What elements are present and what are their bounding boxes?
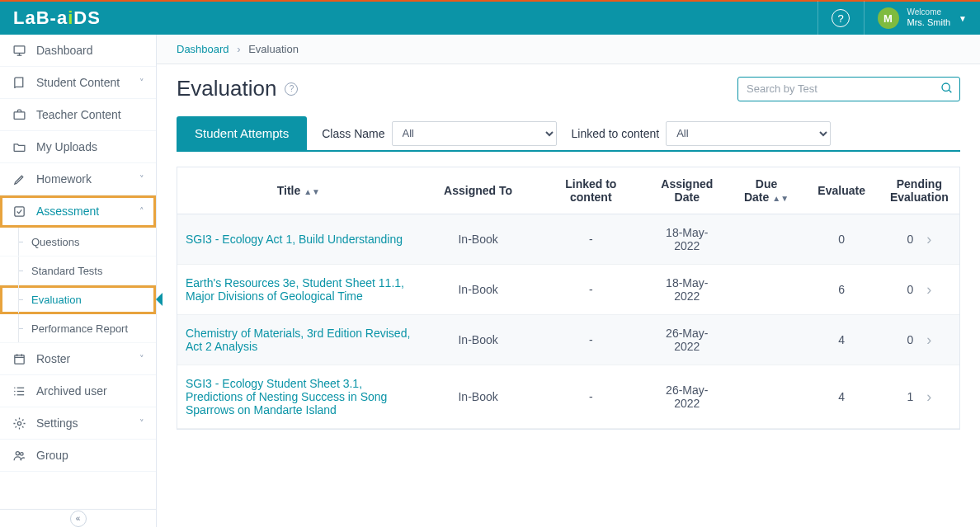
chevron-right-icon[interactable]: › [926, 281, 931, 299]
tab-student-attempts[interactable]: Student Attempts [177, 116, 307, 150]
cell-due [728, 214, 803, 265]
sidebar-item-student-content[interactable]: Student Content˅ [0, 67, 156, 99]
col-header[interactable]: Evaluate [804, 167, 879, 214]
cell-due [728, 365, 803, 429]
svg-point-17 [20, 452, 23, 455]
user-menu[interactable]: M Welcome Mrs. Smith ▼ [864, 1, 980, 35]
sidebar-sub-evaluation[interactable]: Evaluation [0, 285, 156, 314]
cell-title[interactable]: Earth's Resources 3e, Student Sheet 11.1… [177, 265, 420, 315]
sidebar-item-roster[interactable]: Roster˅ [0, 343, 156, 375]
svg-rect-0 [14, 45, 25, 53]
sidebar-item-my-uploads[interactable]: My Uploads [0, 131, 156, 163]
cell-linked: - [536, 315, 645, 365]
cell-title[interactable]: SGI3 - Ecology Act 1, Build Understandin… [177, 214, 420, 265]
help-icon: ? [832, 9, 850, 27]
col-header[interactable]: Assigned Date [645, 167, 728, 214]
class-select[interactable]: All [392, 121, 557, 146]
cell-linked: - [536, 365, 645, 429]
collapse-button[interactable]: « [70, 511, 87, 527]
cell-title[interactable]: Chemistry of Materials, 3rd Edition Revi… [177, 315, 420, 365]
chevron-down-icon: ˅ [139, 354, 144, 365]
cell-linked: - [536, 214, 645, 265]
col-header[interactable]: Due Date▲▼ [728, 167, 803, 214]
svg-point-18 [942, 83, 949, 91]
col-header[interactable]: Linked to content [536, 167, 645, 214]
sidebar-item-label: Group [36, 449, 68, 462]
cell-pending: 0› [879, 214, 959, 265]
main-content: Dashboard › Evaluation Evaluation ? Stud… [157, 35, 980, 527]
sidebar-item-label: My Uploads [36, 140, 97, 153]
sidebar-item-label: Assessment [36, 205, 99, 218]
sidebar-item-homework[interactable]: Homework˅ [0, 163, 156, 195]
sidebar-item-assessment[interactable]: Assessment˄ [0, 195, 156, 228]
table-row: SGI3 - Ecology Act 1, Build Understandin… [177, 214, 959, 265]
col-header[interactable]: Assigned To [420, 167, 537, 214]
calendar-icon [12, 352, 26, 366]
svg-point-13 [14, 390, 15, 391]
filter-class: Class Name All [322, 121, 556, 146]
breadcrumb-current: Evaluation [248, 43, 299, 55]
monitor-icon [12, 44, 26, 58]
cell-evaluate: 6 [804, 265, 879, 315]
sidebar-sub-performance-report[interactable]: Performance Report [0, 314, 156, 343]
chevron-down-icon: ˅ [139, 174, 144, 185]
sort-icon: ▲▼ [304, 187, 320, 196]
user-text: Welcome Mrs. Smith [907, 7, 951, 28]
chevron-right-icon[interactable]: › [926, 332, 931, 349]
cell-title[interactable]: SGI3 - Ecology Student Sheet 3.1, Predic… [177, 365, 420, 429]
cell-evaluate: 0 [804, 214, 879, 265]
book-icon [12, 76, 26, 90]
title-help-icon[interactable]: ? [285, 82, 298, 96]
cell-due [728, 265, 803, 315]
linked-select[interactable]: All [666, 121, 831, 146]
sidebar-collapse-bar: « [0, 509, 156, 527]
chevron-down-icon: ˅ [139, 418, 144, 429]
cell-pending: 1› [879, 365, 959, 429]
svg-point-14 [14, 394, 15, 395]
list-icon [12, 384, 26, 398]
sidebar-item-group[interactable]: Group [0, 440, 156, 472]
filter-linked: Linked to content All [572, 121, 832, 146]
sort-icon: ▲▼ [772, 194, 789, 203]
table-row: SGI3 - Ecology Student Sheet 3.1, Predic… [177, 365, 959, 429]
sidebar-item-dashboard[interactable]: Dashboard [0, 35, 156, 67]
active-arrow-icon [156, 293, 163, 306]
search-icon[interactable] [940, 82, 954, 95]
brand-logo: LaB-aiDS [13, 7, 101, 29]
breadcrumb-root[interactable]: Dashboard [177, 43, 229, 55]
col-header[interactable]: Title▲▼ [177, 167, 420, 214]
svg-line-19 [949, 90, 951, 92]
cell-assigned: In-Book [420, 214, 537, 265]
briefcase-icon [12, 108, 26, 122]
chevron-right-icon[interactable]: › [926, 388, 931, 406]
cell-due [728, 315, 803, 365]
search-input[interactable] [737, 77, 960, 101]
gear-icon [12, 416, 26, 431]
cell-pending: 0› [879, 315, 959, 365]
sidebar-sub-questions[interactable]: Questions [0, 228, 156, 256]
table-row: Chemistry of Materials, 3rd Edition Revi… [177, 315, 959, 365]
breadcrumb: Dashboard › Evaluation [157, 35, 980, 64]
sidebar-item-label: Homework [36, 172, 92, 186]
chevron-right-icon[interactable]: › [926, 231, 931, 248]
help-button[interactable]: ? [817, 1, 864, 35]
sidebar-item-teacher-content[interactable]: Teacher Content [0, 99, 156, 131]
page-header: Evaluation ? [177, 76, 960, 101]
sidebar-item-label: Roster [36, 352, 70, 365]
svg-point-15 [17, 421, 21, 425]
col-header[interactable]: Pending Evaluation [879, 167, 959, 214]
sidebar-item-archived-user[interactable]: Archived user [0, 375, 156, 407]
cell-evaluate: 4 [804, 365, 879, 429]
sidebar-item-label: Teacher Content [36, 108, 121, 121]
cell-pending: 0› [879, 265, 959, 315]
avatar: M [878, 7, 899, 29]
cell-assigned: In-Book [420, 315, 537, 365]
sidebar-item-label: Student Content [36, 76, 120, 89]
table-row: Earth's Resources 3e, Student Sheet 11.1… [177, 265, 959, 315]
sidebar-item-settings[interactable]: Settings˅ [0, 407, 156, 440]
cell-assigned: In-Book [420, 265, 537, 315]
folder-open-icon [12, 140, 26, 154]
sidebar-sub-standard-tests[interactable]: Standard Tests [0, 256, 156, 285]
pencil-icon [12, 172, 26, 186]
page-title: Evaluation ? [177, 76, 298, 101]
